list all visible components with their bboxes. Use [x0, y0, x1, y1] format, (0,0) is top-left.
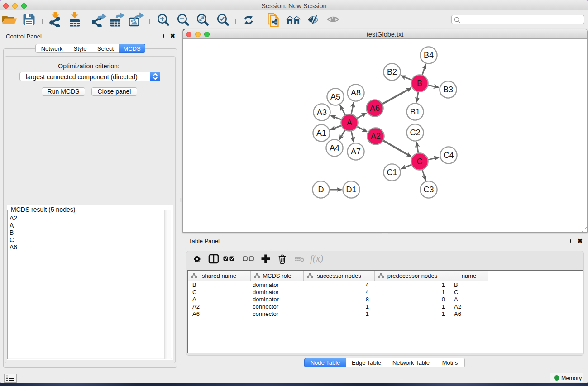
svg-text:D: D	[318, 185, 324, 194]
svg-text:A5: A5	[330, 92, 340, 101]
svg-text:B: B	[417, 79, 422, 88]
svg-text:C3: C3	[423, 185, 434, 194]
svg-text:B1: B1	[410, 107, 420, 116]
svg-text:A8: A8	[351, 88, 361, 97]
svg-text:A6: A6	[370, 104, 380, 113]
svg-text:C2: C2	[410, 128, 420, 137]
svg-text:A2: A2	[371, 132, 381, 141]
svg-text:C4: C4	[443, 151, 454, 160]
svg-text:C1: C1	[387, 168, 397, 177]
svg-text:A4: A4	[330, 143, 339, 152]
svg-text:A: A	[347, 118, 352, 127]
svg-text:A3: A3	[317, 108, 327, 117]
svg-text:B3: B3	[443, 85, 453, 94]
svg-text:B2: B2	[387, 67, 397, 76]
svg-text:D1: D1	[346, 185, 356, 194]
svg-text:B4: B4	[424, 51, 434, 60]
svg-text:A7: A7	[351, 147, 361, 156]
svg-text:A1: A1	[316, 129, 326, 138]
svg-text:C: C	[417, 157, 423, 166]
